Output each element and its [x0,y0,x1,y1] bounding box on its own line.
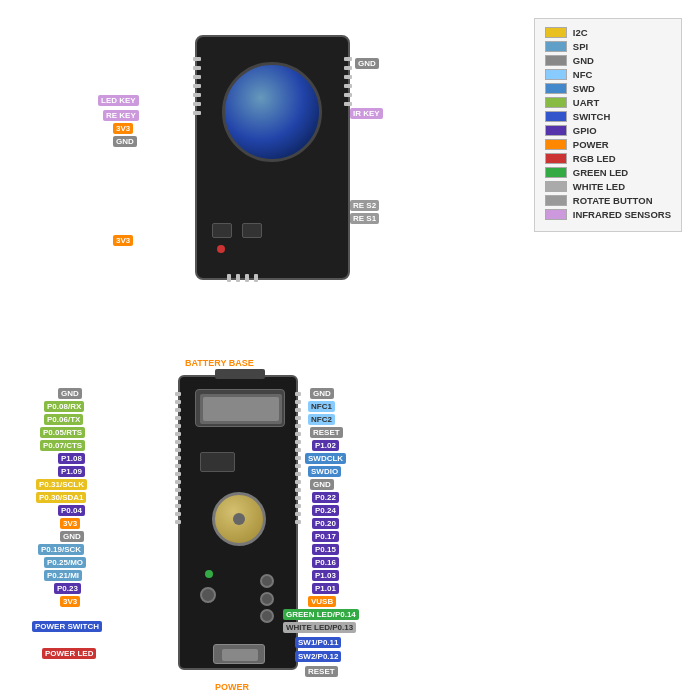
br-reset2: RESET [305,666,338,677]
label-ir-key: IR KEY [350,108,383,119]
br-vusb: VUSB [308,596,336,607]
legend-item-swd: SWD [545,83,671,94]
power-label-bottom: POWER [215,682,249,692]
legend-item-white-led: WHITE LED [545,181,671,192]
bl-mi: P0.21/MI [44,570,82,581]
battery-base-label: BATTERY BASE [185,358,254,368]
br-green-led: GREEN LED/P0.14 [283,609,359,620]
bl-3v3: 3V3 [60,518,80,529]
ir-sensor-dome [222,62,322,162]
br-nfc1: NFC1 [308,401,335,412]
label-led-key: LED KEY [98,95,139,106]
legend-item-nfc: NFC [545,69,671,80]
legend-item-rgb-led: RGB LED [545,153,671,164]
bl-rts: P0.05/RTS [40,427,85,438]
bl-p108: P1.08 [58,453,85,464]
bl-sclk: P0.31/SCLK [36,479,87,490]
legend-item-switch: SWITCH [545,111,671,122]
power-connector-top [215,369,265,379]
legend-item-i2c: I2C [545,27,671,38]
power-switch-btn[interactable] [200,587,216,603]
green-led [205,570,213,578]
legend-item-power: POWER [545,139,671,150]
main-diagram: I2CSPIGNDNFCSWDUARTSWITCHGPIOPOWERRGB LE… [0,0,700,700]
br-p024: P0.24 [312,505,339,516]
br-p015: P0.15 [312,544,339,555]
usb-port [213,644,265,664]
bl-mo: P0.25/MO [44,557,86,568]
bl-cts: P0.07/CTS [40,440,85,451]
br-p103: P1.03 [312,570,339,581]
br-p101: P1.01 [312,583,339,594]
reset-btn-bottom[interactable] [260,609,274,623]
label-gnd-top1: GND [113,136,137,147]
legend-item-gpio: GPIO [545,125,671,136]
bl-rx: P0.08/RX [44,401,84,412]
bl-gnd2: GND [60,531,84,542]
label-gnd-top-right: GND [355,58,379,69]
label-re-s2: RE S2 [350,200,379,211]
br-nfc2: NFC2 [308,414,335,425]
br-p020: P0.20 [312,518,339,529]
legend-item-uart: UART [545,97,671,108]
battery-holder [212,492,266,546]
legend-item-infrared-sensors: INFRARED SENSORS [545,209,671,220]
br-sw1: SW1/P0.11 [295,637,341,648]
legend: I2CSPIGNDNFCSWDUARTSWITCHGPIOPOWERRGB LE… [534,18,682,232]
br-swdio: SWDIO [308,466,341,477]
br-p102: P1.02 [312,440,339,451]
bl-3v3-2: 3V3 [60,596,80,607]
br-gnd: GND [310,388,334,399]
bl-p004: P0.04 [58,505,85,516]
bl-p109: P1.09 [58,466,85,477]
bottom-board [178,375,298,670]
label-re-key: RE KEY [103,110,139,121]
label-re-s1: RE S1 [350,213,379,224]
br-swdclk: SWDCLK [305,453,346,464]
sw1-btn[interactable] [260,574,274,588]
label-3v3-top2: 3V3 [113,235,133,246]
bl-p023: P0.23 [54,583,81,594]
legend-item-spi: SPI [545,41,671,52]
bl-power-led: POWER LED [42,648,96,659]
br-white-led: WHITE LED/P0.13 [283,622,356,633]
br-p022: P0.22 [312,492,339,503]
br-sw2: SW2/P0.12 [295,651,341,662]
legend-item-green-led: GREEN LED [545,167,671,178]
br-p017: P0.17 [312,531,339,542]
br-reset: RESET [310,427,343,438]
bl-gnd: GND [58,388,82,399]
bl-sck: P0.19/SCK [38,544,84,555]
br-p016: P0.16 [312,557,339,568]
bl-tx: P0.06/TX [44,414,83,425]
legend-item-rotate-button: ROTATE BUTTON [545,195,671,206]
br-gnd2: GND [310,479,334,490]
legend-item-gnd: GND [545,55,671,66]
bl-power-switch: POWER SWITCH [32,621,102,632]
label-3v3-top1: 3V3 [113,123,133,134]
sw2-btn[interactable] [260,592,274,606]
bl-sda1: P0.30/SDA1 [36,492,86,503]
top-board [195,35,350,280]
